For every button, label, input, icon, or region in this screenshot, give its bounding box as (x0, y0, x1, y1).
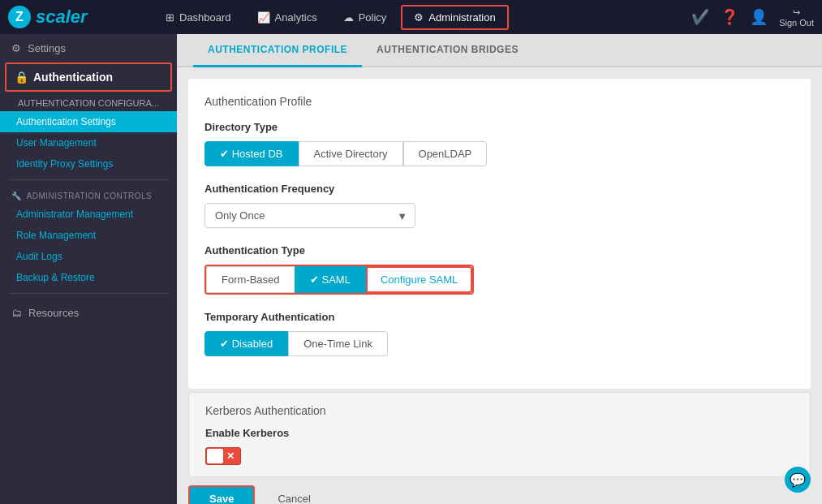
temp-auth-group: Temporary Authentication ✔ Disabled One-… (204, 311, 794, 356)
tab-auth-profile[interactable]: AUTHENTICATION PROFILE (193, 34, 362, 67)
sign-out-button[interactable]: ↪ Sign Out (779, 7, 814, 28)
audit-logs-label: Audit Logs (16, 251, 62, 262)
main-layout: ⚙ Settings 🔒 Authentication AUTHENTICATI… (0, 34, 822, 504)
checklist-icon[interactable]: ✔️ (691, 8, 709, 26)
form-based-button[interactable]: Form-Based (206, 266, 295, 293)
cloud-icon: ☁ (343, 11, 354, 24)
nav-analytics[interactable]: 📈 Analytics (246, 6, 329, 28)
kerberos-toggle[interactable]: ✕ (205, 447, 241, 465)
logo-area: Z scaler (8, 6, 154, 28)
resources-label: Resources (28, 307, 79, 319)
role-mgmt-label: Role Management (16, 230, 96, 241)
bottom-bar: Save Cancel (177, 477, 822, 504)
configure-saml-button[interactable]: Configure SAML (366, 266, 472, 293)
sidebar-item-identity-proxy[interactable]: Identity Proxy Settings (0, 153, 177, 174)
sidebar-item-user-mgmt[interactable]: User Management (0, 132, 177, 153)
auth-type-label: Authentication Type (204, 244, 794, 256)
temp-auth-label: Temporary Authentication (204, 311, 794, 323)
nav-dashboard[interactable]: ⊞ Dashboard (154, 6, 243, 28)
openldap-button[interactable]: OpenLDAP (403, 141, 488, 166)
logo-text: scaler (36, 6, 88, 28)
tab-bar: AUTHENTICATION PROFILE AUTHENTICATION BR… (177, 34, 822, 67)
auth-frequency-select[interactable]: Only Once Every Request Daily Weekly (204, 203, 415, 228)
hosted-db-button[interactable]: ✔ Hosted DB (204, 141, 299, 166)
kerberos-section-title: Kerberos Authentication (205, 404, 794, 417)
check-icon: ✔ (220, 148, 229, 160)
resources-header: 🗂 Resources (0, 299, 177, 324)
sidebar-item-role-mgmt[interactable]: Role Management (0, 225, 177, 246)
openldap-label: OpenLDAP (419, 148, 472, 160)
auth-type-group: Authentication Type Form-Based ✔ SAML Co… (204, 244, 794, 295)
save-button[interactable]: Save (188, 485, 255, 504)
user-icon[interactable]: 👤 (750, 8, 768, 26)
analytics-icon: 📈 (257, 11, 270, 24)
nav-dashboard-label: Dashboard (179, 11, 231, 24)
sidebar-item-admin-mgmt[interactable]: Administrator Management (0, 204, 177, 225)
auth-frequency-dropdown-wrapper: Only Once Every Request Daily Weekly ▼ (204, 203, 415, 228)
settings-header: ⚙ Settings (0, 34, 177, 59)
nav-administration-label: Administration (428, 11, 495, 24)
gear-settings-icon: ⚙ (11, 42, 21, 54)
kerberos-toggle-container: ✕ (205, 447, 794, 465)
auth-type-wrapper: Form-Based ✔ SAML Configure SAML (204, 265, 474, 295)
disabled-label: Disabled (232, 338, 273, 350)
user-mgmt-label: User Management (16, 137, 97, 149)
help-icon[interactable]: ❓ (721, 8, 738, 26)
help-fab[interactable]: 💬 (785, 467, 811, 493)
sidebar: ⚙ Settings 🔒 Authentication AUTHENTICATI… (0, 34, 177, 504)
backup-restore-label: Backup & Restore (16, 272, 95, 283)
nav-items: ⊞ Dashboard 📈 Analytics ☁ Policy ⚙ Admin… (154, 5, 691, 30)
content-area: AUTHENTICATION PROFILE AUTHENTICATION BR… (177, 34, 822, 504)
nav-right: ✔️ ❓ 👤 ↪ Sign Out (691, 7, 814, 28)
tab-auth-bridges-label: AUTHENTICATION BRIDGES (377, 44, 519, 55)
one-time-link-button[interactable]: One-Time Link (288, 331, 388, 356)
configure-saml-label: Configure SAML (381, 274, 458, 286)
auth-section-label: Authentication (33, 71, 113, 84)
toggle-handle (207, 449, 223, 463)
puzzle-icon: 🔧 (11, 192, 22, 200)
kerberos-section: Kerberos Authentication Enable Kerberos … (188, 392, 811, 477)
signout-arrow-icon: ↪ (793, 7, 800, 18)
directory-type-group: Directory Type ✔ Hosted DB Active Direct… (204, 121, 794, 166)
auth-frequency-group: Authentication Frequency Only Once Every… (204, 183, 794, 228)
logo-icon: Z (8, 6, 31, 28)
hosted-db-label: Hosted DB (232, 148, 283, 160)
nav-analytics-label: Analytics (275, 11, 317, 24)
directory-type-label: Directory Type (204, 121, 794, 133)
saml-check-icon: ✔ (310, 274, 319, 286)
toggle-x-icon: ✕ (226, 450, 235, 462)
gear-icon: ⚙ (414, 11, 424, 24)
nav-policy-label: Policy (359, 11, 387, 24)
saml-label: SAML (322, 274, 351, 286)
directory-type-buttons: ✔ Hosted DB Active Directory OpenLDAP (204, 141, 794, 166)
one-time-link-label: One-Time Link (303, 338, 372, 350)
sidebar-auth-config[interactable]: AUTHENTICATION CONFIGURA... (0, 95, 177, 111)
saml-button[interactable]: ✔ SAML (295, 266, 366, 293)
lock-icon: 🔒 (15, 71, 28, 84)
nav-policy[interactable]: ☁ Policy (332, 6, 398, 28)
disabled-check-icon: ✔ (220, 338, 229, 350)
form-based-label: Form-Based (222, 274, 280, 286)
resources-icon: 🗂 (11, 307, 22, 319)
identity-proxy-label: Identity Proxy Settings (16, 158, 113, 170)
admin-mgmt-label: Administrator Management (16, 209, 133, 220)
tab-auth-bridges[interactable]: AUTHENTICATION BRIDGES (362, 34, 533, 67)
sidebar-divider (8, 179, 169, 180)
sidebar-item-backup-restore[interactable]: Backup & Restore (0, 267, 177, 288)
sidebar-item-auth-settings[interactable]: Authentication Settings (0, 111, 177, 132)
auth-section-header: 🔒 Authentication (5, 62, 172, 92)
content-panel: Authentication Profile Directory Type ✔ … (188, 79, 811, 389)
nav-administration[interactable]: ⚙ Administration (401, 5, 508, 30)
active-directory-button[interactable]: Active Directory (299, 141, 403, 166)
save-label: Save (209, 493, 234, 504)
temp-auth-buttons: ✔ Disabled One-Time Link (204, 331, 794, 356)
cancel-button[interactable]: Cancel (265, 487, 323, 504)
cancel-label: Cancel (278, 493, 310, 504)
admin-controls-label: ADMINISTRATION CONTROLS (27, 192, 153, 200)
disabled-button[interactable]: ✔ Disabled (204, 331, 288, 356)
admin-controls-header: 🔧 ADMINISTRATION CONTROLS (0, 185, 177, 204)
sidebar-item-audit-logs[interactable]: Audit Logs (0, 246, 177, 267)
section-title: Authentication Profile (204, 95, 794, 108)
settings-label: Settings (28, 42, 66, 54)
tab-auth-profile-label: AUTHENTICATION PROFILE (208, 44, 347, 55)
